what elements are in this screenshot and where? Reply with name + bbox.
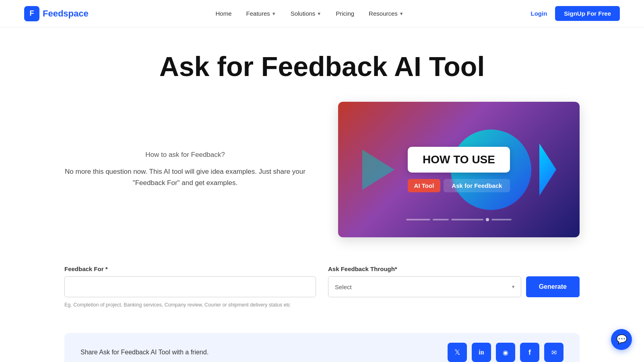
navbar: F Feedspace Home Features ▼ Solutions ▼ … [0, 0, 644, 27]
main-content: Ask for Feedback AI Tool How to ask for … [40, 51, 604, 362]
description-body: No more this question now. This AI tool … [64, 166, 306, 188]
feedback-for-label: Feedback For * [64, 265, 316, 272]
twitter-share-button[interactable]: 𝕏 [448, 343, 467, 362]
nav-pricing[interactable]: Pricing [336, 10, 354, 17]
nav-links: Home Features ▼ Solutions ▼ Pricing Reso… [216, 10, 404, 17]
social-buttons: 𝕏 in ◉ f ✉ [448, 343, 564, 362]
instagram-icon: ◉ [503, 349, 508, 356]
arrow-right-icon [539, 144, 568, 196]
twitter-icon: 𝕏 [454, 348, 460, 357]
page-title: Ask for Feedback AI Tool [64, 51, 580, 82]
chevron-down-icon: ▼ [272, 11, 276, 16]
ask-feedback-tag: Ask for Feedback [444, 179, 510, 192]
select-wrapper: Select Email SMS Social Media In Person [328, 276, 521, 297]
video-overlay: HOW TO USE AI Tool Ask for Feedback [408, 147, 510, 192]
login-button[interactable]: Login [530, 10, 547, 17]
whatsapp-icon: ✉ [551, 349, 557, 356]
how-to-use-label: HOW TO USE [408, 147, 510, 173]
chevron-down-icon: ▼ [317, 11, 321, 16]
facebook-icon: f [528, 348, 531, 357]
ask-through-select[interactable]: Select Email SMS Social Media In Person [328, 276, 521, 297]
whatsapp-share-button[interactable]: ✉ [544, 343, 564, 362]
ask-through-group: Ask Feedback Through* Select Email SMS S… [328, 265, 580, 297]
video-tags: AI Tool Ask for Feedback [408, 179, 510, 192]
nav-actions: Login SignUp For Free [530, 6, 620, 21]
instagram-share-button[interactable]: ◉ [496, 343, 515, 362]
feedback-for-hint: Eg. Completion of project, Banking servi… [64, 301, 316, 309]
nav-resources[interactable]: Resources ▼ [369, 10, 404, 17]
ask-through-label: Ask Feedback Through* [328, 265, 580, 272]
logo-text: Feedspace [43, 8, 89, 19]
linkedin-share-button[interactable]: in [472, 343, 491, 362]
logo[interactable]: F Feedspace [24, 6, 89, 21]
nav-features[interactable]: Features ▼ [246, 10, 276, 17]
chat-bubble-button[interactable]: 💬 [611, 329, 632, 350]
logo-icon: F [24, 6, 39, 21]
ai-tool-tag: AI Tool [408, 179, 441, 192]
chevron-down-icon: ▼ [399, 11, 404, 16]
facebook-share-button[interactable]: f [520, 343, 539, 362]
feedback-form: Feedback For * Eg. Completion of project… [64, 261, 580, 309]
chat-icon: 💬 [616, 334, 627, 345]
description-question: How to ask for Feedback? [64, 151, 306, 159]
video-col: HOW TO USE AI Tool Ask for Feedback [338, 102, 580, 238]
generate-button[interactable]: Generate [526, 276, 580, 297]
video-progress-lines [406, 218, 512, 221]
description-col: How to ask for Feedback? No more this qu… [64, 151, 306, 188]
feedback-for-input[interactable] [64, 276, 316, 297]
nav-home[interactable]: Home [216, 10, 232, 17]
hero-section: How to ask for Feedback? No more this qu… [64, 102, 580, 238]
share-banner: Share Ask for Feedback AI Tool with a fr… [64, 333, 580, 362]
arrow-left-icon [362, 150, 394, 190]
signup-button[interactable]: SignUp For Free [555, 6, 620, 21]
feedback-for-group: Feedback For * Eg. Completion of project… [64, 265, 316, 309]
nav-solutions[interactable]: Solutions ▼ [291, 10, 322, 17]
share-text: Share Ask for Feedback AI Tool with a fr… [80, 349, 208, 356]
video-thumbnail[interactable]: HOW TO USE AI Tool Ask for Feedback [338, 102, 580, 238]
linkedin-icon: in [479, 349, 484, 356]
ask-through-row: Select Email SMS Social Media In Person … [328, 276, 580, 297]
